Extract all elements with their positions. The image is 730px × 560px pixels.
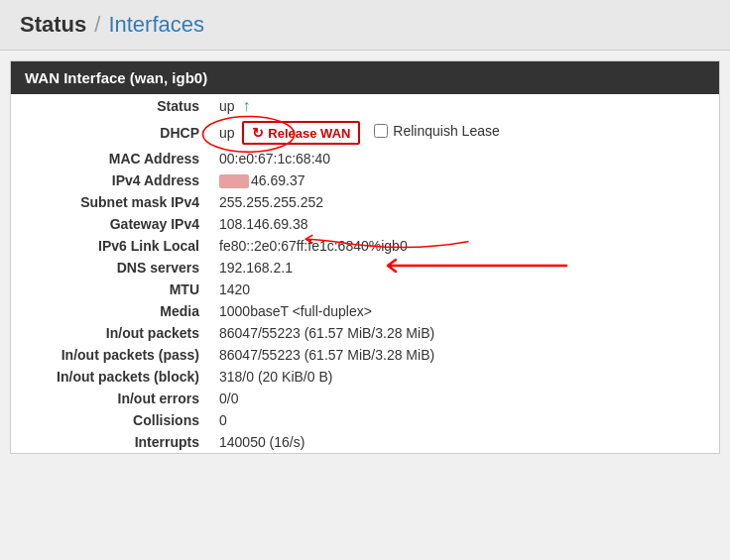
panel-body: Status up ↑ DHCP up ↻ Release WAN — [11, 94, 719, 453]
row-value-inout-block: 318/0 (20 KiB/0 B) — [209, 366, 719, 388]
release-wan-button[interactable]: ↻ Release WAN — [242, 121, 360, 145]
row-label-inout-block: In/out packets (block) — [11, 366, 209, 388]
row-value-inout-pass: 86047/55223 (61.57 MiB/3.28 MiB) — [209, 344, 719, 366]
row-value-ipv4: 46.69.37 — [209, 169, 719, 191]
relinquish-lease-area: Relinquish Lease — [374, 123, 499, 139]
row-value-collisions: 0 — [209, 409, 719, 431]
panel-header: WAN Interface (wan, igb0) — [11, 61, 719, 94]
table-row: In/out errors 0/0 — [11, 388, 719, 409]
table-row: Interrupts 140050 (16/s) — [11, 431, 719, 453]
table-row: In/out packets (pass) 86047/55223 (61.57… — [11, 344, 719, 366]
breadcrumb-status: Status — [20, 12, 86, 38]
row-label-gateway: Gateway IPv4 — [11, 213, 209, 235]
row-label-mac: MAC Address — [11, 148, 209, 169]
row-label-ipv6: IPv6 Link Local — [11, 235, 209, 257]
row-label-inout-pass: In/out packets (pass) — [11, 344, 209, 366]
table-row: DHCP up ↻ Release WAN Relinquish Lease — [11, 118, 719, 148]
row-value-ipv6: fe80::2e0:67ff:fe1c:6840%igb0 — [209, 235, 719, 257]
row-value-mtu: 1420 — [209, 279, 719, 300]
relinquish-lease-label: Relinquish Lease — [393, 123, 499, 139]
row-label-interrupts: Interrupts — [11, 431, 209, 453]
row-value-media: 1000baseT <full-duplex> — [209, 300, 719, 322]
breadcrumb: Status / Interfaces — [0, 0, 730, 51]
table-row: In/out packets 86047/55223 (61.57 MiB/3.… — [11, 322, 719, 344]
row-label-collisions: Collisions — [11, 409, 209, 431]
table-row: IPv6 Link Local fe80::2e0:67ff:fe1c:6840… — [11, 235, 719, 257]
up-arrow-icon: ↑ — [242, 97, 250, 114]
table-row: IPv4 Address 46.69.37 — [11, 169, 719, 191]
wan-interface-panel: WAN Interface (wan, igb0) Status up ↑ DH… — [10, 60, 720, 454]
row-value-inout-errors: 0/0 — [209, 388, 719, 409]
row-label-mtu: MTU — [11, 279, 209, 300]
row-label-status: Status — [11, 94, 209, 118]
row-label-inout-packets: In/out packets — [11, 322, 209, 344]
interface-info-table: Status up ↑ DHCP up ↻ Release WAN — [11, 94, 719, 453]
row-value-mac: 00:e0:67:1c:68:40 — [209, 148, 719, 169]
table-row-collisions: Collisions 0 — [11, 409, 719, 431]
breadcrumb-interfaces[interactable]: Interfaces — [108, 12, 204, 38]
table-row: Gateway IPv4 108.146.69.38 — [11, 213, 719, 235]
relinquish-lease-checkbox[interactable] — [374, 124, 388, 138]
row-label-dhcp: DHCP — [11, 118, 209, 148]
release-wan-label: Release WAN — [268, 126, 350, 141]
row-label-inout-errors: In/out errors — [11, 388, 209, 409]
table-row: MTU 1420 — [11, 279, 719, 300]
table-row-dns: DNS servers 192.168.2.1 — [11, 257, 719, 279]
row-value-dns: 192.168.2.1 — [209, 257, 719, 279]
dns-value: 192.168.2.1 — [219, 260, 293, 276]
table-row: MAC Address 00:e0:67:1c:68:40 — [11, 148, 719, 169]
table-row: Subnet mask IPv4 255.255.255.252 — [11, 191, 719, 213]
row-value-dhcp: up ↻ Release WAN Relinquish Lease — [209, 118, 719, 148]
refresh-icon: ↻ — [252, 125, 264, 141]
row-label-subnet: Subnet mask IPv4 — [11, 191, 209, 213]
row-label-dns: DNS servers — [11, 257, 209, 279]
row-value-status: up ↑ — [209, 94, 719, 118]
row-value-subnet: 255.255.255.252 — [209, 191, 719, 213]
row-value-gateway: 108.146.69.38 — [209, 213, 719, 235]
row-value-inout-packets: 86047/55223 (61.57 MiB/3.28 MiB) — [209, 322, 719, 344]
table-row: Media 1000baseT <full-duplex> — [11, 300, 719, 322]
table-row: Status up ↑ — [11, 94, 719, 118]
row-label-ipv4: IPv4 Address — [11, 169, 209, 191]
table-row: In/out packets (block) 318/0 (20 KiB/0 B… — [11, 366, 719, 388]
main-content: WAN Interface (wan, igb0) Status up ↑ DH… — [0, 51, 730, 464]
row-label-media: Media — [11, 300, 209, 322]
breadcrumb-separator: / — [94, 12, 100, 38]
row-value-interrupts: 140050 (16/s) — [209, 431, 719, 453]
